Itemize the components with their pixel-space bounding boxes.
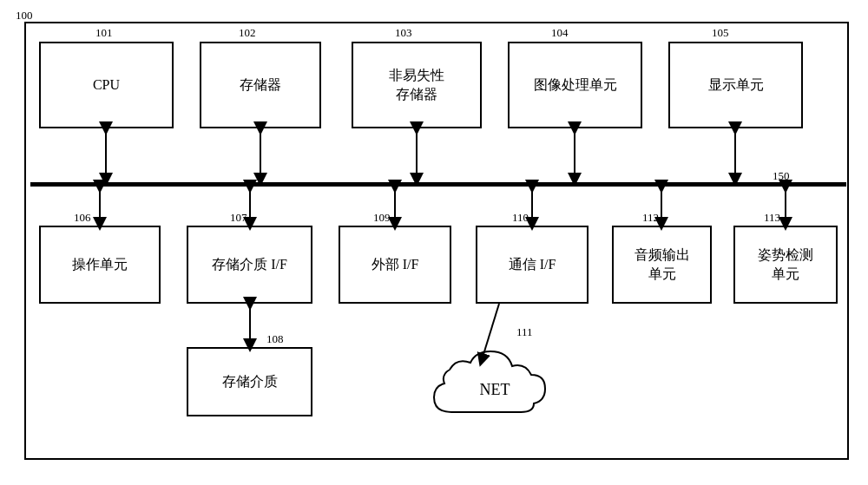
label-107: 107 bbox=[230, 211, 247, 225]
external-if-label: 外部 I/F bbox=[372, 255, 419, 274]
svg-text:NET: NET bbox=[480, 381, 510, 398]
external-if-box: 外部 I/F bbox=[339, 226, 451, 304]
label-103: 103 bbox=[395, 26, 412, 40]
label-111: 111 bbox=[516, 325, 533, 339]
storage-media-box: 存储介质 bbox=[187, 347, 312, 416]
label-101: 101 bbox=[95, 26, 113, 40]
label-108: 108 bbox=[266, 332, 284, 346]
diagram: 100 CPU 101 存储器 102 非易失性 存储器 103 图像处理单元 … bbox=[0, 0, 868, 485]
image-proc-box: 图像处理单元 bbox=[508, 42, 642, 128]
label-113: 113 bbox=[764, 211, 780, 225]
audio-out-box: 音频输出 单元 bbox=[612, 226, 712, 304]
label-112: 112 bbox=[642, 211, 659, 225]
bus-line bbox=[30, 182, 846, 187]
storage-media-label: 存储介质 bbox=[222, 372, 278, 391]
storage-if-box: 存储介质 I/F bbox=[187, 226, 312, 304]
nonvolatile-label: 非易失性 存储器 bbox=[389, 66, 444, 105]
operation-box: 操作单元 bbox=[39, 226, 161, 304]
gesture-box: 姿势检测 单元 bbox=[733, 226, 838, 304]
label-104: 104 bbox=[551, 26, 569, 40]
label-100: 100 bbox=[16, 9, 33, 23]
audio-out-label: 音频输出 单元 bbox=[635, 246, 690, 285]
nonvolatile-box: 非易失性 存储器 bbox=[352, 42, 482, 128]
label-150: 150 bbox=[773, 169, 790, 183]
label-102: 102 bbox=[239, 26, 256, 40]
cpu-label: CPU bbox=[93, 75, 120, 95]
label-110: 110 bbox=[512, 211, 529, 225]
display-label: 显示单元 bbox=[708, 75, 764, 95]
memory-label: 存储器 bbox=[240, 75, 281, 95]
comm-if-label: 通信 I/F bbox=[509, 255, 556, 274]
label-105: 105 bbox=[712, 26, 729, 40]
memory-box: 存储器 bbox=[200, 42, 321, 128]
label-106: 106 bbox=[74, 211, 91, 225]
storage-if-label: 存储介质 I/F bbox=[212, 255, 287, 274]
image-proc-label: 图像处理单元 bbox=[534, 75, 617, 95]
net-cloud: NET bbox=[425, 338, 564, 434]
operation-label: 操作单元 bbox=[72, 255, 128, 274]
cpu-box: CPU bbox=[39, 42, 174, 128]
gesture-label: 姿势检测 单元 bbox=[758, 246, 813, 285]
display-box: 显示单元 bbox=[668, 42, 803, 128]
label-109: 109 bbox=[373, 211, 391, 225]
comm-if-box: 通信 I/F bbox=[476, 226, 589, 304]
